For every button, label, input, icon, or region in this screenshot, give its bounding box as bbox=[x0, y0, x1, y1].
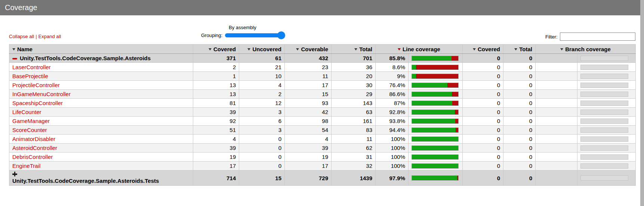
column-header-coverable[interactable]: Coverable bbox=[285, 44, 332, 54]
branch-coverage-percent bbox=[536, 99, 577, 108]
branch-coverage-bar-cell bbox=[577, 99, 636, 108]
class-row: SpaceshipController81129314387%00 bbox=[9, 99, 636, 108]
grouping-slider-thumb[interactable] bbox=[277, 31, 285, 39]
branch-covered-cell: 0 bbox=[463, 117, 503, 126]
class-link[interactable]: LifeCounter bbox=[12, 109, 41, 115]
grouping-value-label: By assembly bbox=[229, 25, 298, 30]
vertical-scrollbar[interactable] bbox=[640, 0, 644, 206]
covered-cell: 714 bbox=[193, 170, 239, 186]
covered-bar-segment bbox=[412, 74, 416, 79]
branch-coverage-percent bbox=[536, 63, 577, 72]
branch-covered-cell: 0 bbox=[463, 153, 503, 162]
column-header-name[interactable]: Name bbox=[9, 44, 193, 54]
total-cell: 1439 bbox=[332, 170, 376, 186]
column-header-branch-coverage[interactable]: Branch coverage bbox=[536, 44, 636, 54]
branch-covered-cell: 0 bbox=[463, 63, 503, 72]
line-coverage-percent: 92.8% bbox=[376, 108, 409, 117]
covered-cell: 39 bbox=[193, 144, 239, 153]
coverable-cell: 432 bbox=[285, 54, 332, 63]
column-header-covered[interactable]: Covered bbox=[463, 44, 503, 54]
filter-input[interactable] bbox=[560, 33, 635, 41]
branch-covered-cell: 0 bbox=[463, 72, 503, 81]
branch-covered-cell: 0 bbox=[463, 54, 503, 63]
class-link[interactable]: DebrisController bbox=[12, 154, 53, 160]
grouping-control: By assembly Grouping: bbox=[201, 25, 298, 38]
column-header-label: Coverable bbox=[301, 46, 328, 52]
covered-bar-segment bbox=[412, 176, 457, 180]
branch-coverage-bar bbox=[580, 175, 628, 181]
branch-coverage-percent bbox=[536, 90, 577, 99]
class-link[interactable]: AsteroidController bbox=[12, 145, 57, 151]
uncovered-bar-segment bbox=[416, 74, 458, 79]
link-separator: | bbox=[36, 34, 37, 39]
line-coverage-bar bbox=[412, 119, 459, 124]
uncovered-bar-segment bbox=[455, 119, 458, 123]
class-link[interactable]: BaseProjectile bbox=[12, 73, 48, 79]
class-link[interactable]: GameManager bbox=[12, 118, 50, 124]
line-coverage-percent: 93.8% bbox=[376, 117, 409, 126]
class-link[interactable]: EngineTrail bbox=[12, 163, 40, 169]
column-header-covered[interactable]: Covered bbox=[193, 44, 239, 54]
branch-covered-cell: 0 bbox=[463, 170, 503, 186]
covered-bar-segment bbox=[412, 65, 416, 70]
expand-all-link[interactable]: Expand all bbox=[38, 34, 61, 39]
coverable-cell: 17 bbox=[285, 162, 332, 170]
sort-icon bbox=[354, 48, 357, 50]
total-cell: 32 bbox=[332, 162, 376, 170]
coverable-cell: 15 bbox=[285, 90, 332, 99]
uncovered-cell: 15 bbox=[239, 170, 285, 186]
line-coverage-bar-cell bbox=[409, 135, 463, 144]
column-header-total[interactable]: Total bbox=[332, 44, 376, 54]
class-link[interactable]: SpaceshipController bbox=[12, 100, 63, 106]
line-coverage-percent: 86.6% bbox=[376, 90, 409, 99]
covered-bar-segment bbox=[412, 83, 447, 87]
branch-coverage-percent bbox=[536, 135, 577, 144]
class-link[interactable]: ProjectileController bbox=[12, 82, 60, 88]
class-row: InGameMenuController132152986.6%00 bbox=[9, 90, 636, 99]
collapse-expand-links: Collapse all|Expand all bbox=[9, 34, 61, 39]
branch-coverage-percent bbox=[536, 54, 577, 63]
branch-covered-cell: 0 bbox=[463, 81, 503, 90]
covered-cell: 92 bbox=[193, 117, 239, 126]
sort-icon bbox=[247, 48, 250, 50]
coverable-cell: 39 bbox=[285, 144, 332, 153]
assembly-name: Unity.TestTools.CodeCoverage.Sample.Aste… bbox=[12, 178, 159, 184]
uncovered-bar-segment bbox=[416, 65, 458, 70]
column-header-uncovered[interactable]: Uncovered bbox=[239, 44, 285, 54]
covered-bar-segment bbox=[412, 110, 455, 114]
grouping-slider[interactable] bbox=[225, 33, 284, 37]
total-cell: 63 bbox=[332, 108, 376, 117]
scrollbar-thumb[interactable] bbox=[640, 0, 644, 206]
line-coverage-bar-cell bbox=[409, 170, 463, 186]
collapse-group-icon[interactable] bbox=[12, 58, 17, 59]
line-coverage-bar bbox=[412, 136, 459, 142]
column-header-total[interactable]: Total bbox=[503, 44, 536, 54]
covered-cell: 39 bbox=[193, 108, 239, 117]
class-row: EngineTrail1701732100%00 bbox=[9, 162, 636, 170]
covered-bar-segment bbox=[412, 146, 458, 150]
class-link[interactable]: AnimatorDisabler bbox=[12, 136, 55, 142]
class-row: AnimatorDisabler40411100%00 bbox=[9, 135, 636, 144]
class-link[interactable]: InGameMenuController bbox=[12, 91, 71, 97]
class-link[interactable]: LaserController bbox=[12, 64, 51, 70]
column-header-label: Branch coverage bbox=[565, 46, 611, 52]
column-header-line-coverage[interactable]: Line coverage bbox=[376, 44, 463, 54]
grouping-label: Grouping: bbox=[201, 33, 222, 38]
name-cell: AnimatorDisabler bbox=[9, 135, 193, 144]
branch-covered-cell: 0 bbox=[463, 135, 503, 144]
line-coverage-percent: 94.4% bbox=[376, 126, 409, 135]
uncovered-cell: 21 bbox=[239, 63, 285, 72]
sort-icon bbox=[209, 48, 212, 50]
coverable-cell: 19 bbox=[285, 153, 332, 162]
branch-coverage-percent bbox=[536, 162, 577, 170]
class-link[interactable]: ScoreCounter bbox=[12, 127, 47, 133]
name-cell: EngineTrail bbox=[9, 162, 193, 170]
line-coverage-bar-cell bbox=[409, 63, 463, 72]
sort-icon bbox=[514, 48, 517, 50]
coverable-cell: 54 bbox=[285, 126, 332, 135]
collapse-all-link[interactable]: Collapse all bbox=[9, 34, 34, 39]
expand-group-icon[interactable] bbox=[12, 172, 17, 176]
branch-total-cell: 0 bbox=[503, 63, 536, 72]
line-coverage-bar-cell bbox=[409, 90, 463, 99]
uncovered-cell: 10 bbox=[239, 72, 285, 81]
